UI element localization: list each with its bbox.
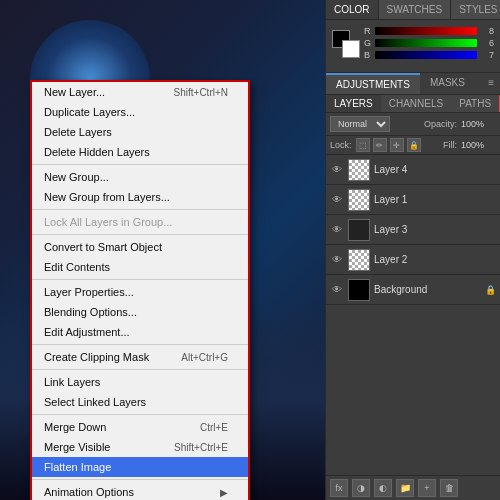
menu-item-new-layer[interactable]: New Layer... Shift+Ctrl+N [32, 82, 248, 102]
slider-val-g: 6 [480, 38, 494, 48]
adjustments-panel-menu-button[interactable]: ≡ [482, 73, 500, 94]
menu-item-edit-contents[interactable]: Edit Contents [32, 257, 248, 277]
layer-thumb-layer3 [348, 219, 370, 241]
fx-button[interactable]: fx [330, 479, 348, 497]
menu-shortcut-merge-visible: Shift+Ctrl+E [174, 442, 228, 453]
tab-styles[interactable]: STYLES [451, 0, 500, 19]
menu-label-flatten-image: Flatten Image [44, 461, 111, 473]
table-row[interactable]: 👁 Background 🔒 [326, 275, 500, 305]
menu-shortcut-merge-down: Ctrl+E [200, 422, 228, 433]
blend-mode-select[interactable]: Normal [330, 116, 390, 132]
main-area: New Layer... Shift+Ctrl+N Duplicate Laye… [0, 0, 500, 500]
menu-label-create-clipping-mask: Create Clipping Mask [44, 351, 149, 363]
group-layer-button[interactable]: 📁 [396, 479, 414, 497]
layer-name-layer3: Layer 3 [374, 224, 496, 235]
slider-row-r: R 8 [364, 26, 494, 36]
eye-icon-background[interactable]: 👁 [330, 283, 344, 297]
adjustment-layer-button[interactable]: ◐ [374, 479, 392, 497]
slider-bar-b[interactable] [375, 51, 477, 59]
slider-row-b: B 7 [364, 50, 494, 60]
tab-layers[interactable]: LAYERS [326, 95, 381, 112]
menu-label-animation-options: Animation Options [44, 486, 134, 498]
tab-color[interactable]: COLOR [326, 0, 379, 19]
eye-icon-layer3[interactable]: 👁 [330, 223, 344, 237]
layers-tabs: LAYERS CHANNELS PATHS ≡ [326, 95, 500, 113]
lock-row: Lock: ⬚ ✏ ✛ 🔒 Fill: 100% [326, 136, 500, 155]
layer-name-layer4: Layer 4 [374, 164, 496, 175]
color-panel: R 8 G 6 B 7 [326, 20, 500, 73]
menu-item-animation-options[interactable]: Animation Options ▶ [32, 482, 248, 500]
slider-bar-g[interactable] [375, 39, 477, 47]
menu-item-layer-properties[interactable]: Layer Properties... [32, 282, 248, 302]
tab-channels[interactable]: CHANNELS [381, 95, 451, 112]
eye-icon-layer4[interactable]: 👁 [330, 163, 344, 177]
menu-item-delete-hidden-layers[interactable]: Delete Hidden Layers [32, 142, 248, 162]
menu-label-duplicate-layers: Duplicate Layers... [44, 106, 135, 118]
layers-panel: LAYERS CHANNELS PATHS ≡ Normal Opacity: [326, 95, 500, 500]
delete-layer-button[interactable]: 🗑 [440, 479, 458, 497]
opacity-value: 100% [461, 119, 496, 129]
menu-label-convert-smart-object: Convert to Smart Object [44, 241, 162, 253]
menu-item-link-layers[interactable]: Link Layers [32, 372, 248, 392]
table-row[interactable]: 👁 Layer 1 [326, 185, 500, 215]
slider-label-b: B [364, 50, 372, 60]
menu-label-delete-hidden-layers: Delete Hidden Layers [44, 146, 150, 158]
menu-label-select-linked-layers: Select Linked Layers [44, 396, 146, 408]
menu-separator-6 [32, 369, 248, 370]
menu-item-edit-adjustment[interactable]: Edit Adjustment... [32, 322, 248, 342]
layer-mask-button[interactable]: ◑ [352, 479, 370, 497]
menu-item-flatten-image[interactable]: Flatten Image [32, 457, 248, 477]
menu-item-delete-layers[interactable]: Delete Layers [32, 122, 248, 142]
menu-item-convert-smart-object[interactable]: Convert to Smart Object [32, 237, 248, 257]
menu-label-delete-layers: Delete Layers [44, 126, 112, 138]
slider-bar-r[interactable] [375, 27, 477, 35]
menu-item-duplicate-layers[interactable]: Duplicate Layers... [32, 102, 248, 122]
menu-item-merge-visible[interactable]: Merge Visible Shift+Ctrl+E [32, 437, 248, 457]
menu-item-select-linked-layers[interactable]: Select Linked Layers [32, 392, 248, 412]
canvas-area: New Layer... Shift+Ctrl+N Duplicate Laye… [0, 0, 325, 500]
menu-label-blending-options: Blending Options... [44, 306, 137, 318]
table-row[interactable]: 👁 Layer 3 [326, 215, 500, 245]
menu-label-edit-contents: Edit Contents [44, 261, 110, 273]
menu-item-blending-options[interactable]: Blending Options... [32, 302, 248, 322]
eye-icon-layer1[interactable]: 👁 [330, 193, 344, 207]
menu-label-new-group-from-layers: New Group from Layers... [44, 191, 170, 203]
new-layer-button[interactable]: + [418, 479, 436, 497]
fill-label: Fill: [443, 140, 457, 150]
panel-tabs-top: COLOR SWATCHES STYLES [326, 0, 500, 20]
fg-bg-colors[interactable] [332, 30, 360, 58]
tab-swatches[interactable]: SWATCHES [379, 0, 452, 19]
tab-adjustments[interactable]: ADJUSTMENTS [326, 73, 420, 94]
menu-item-create-clipping-mask[interactable]: Create Clipping Mask Alt+Ctrl+G [32, 347, 248, 367]
lock-transparent-btn[interactable]: ⬚ [356, 138, 370, 152]
table-row[interactable]: 👁 Layer 4 [326, 155, 500, 185]
app-container: New Layer... Shift+Ctrl+N Duplicate Laye… [0, 0, 500, 500]
menu-item-merge-down[interactable]: Merge Down Ctrl+E [32, 417, 248, 437]
menu-item-new-group[interactable]: New Group... [32, 167, 248, 187]
menu-label-merge-visible: Merge Visible [44, 441, 110, 453]
lock-all-btn[interactable]: 🔒 [407, 138, 421, 152]
menu-separator-8 [32, 479, 248, 480]
slider-label-r: R [364, 26, 372, 36]
context-menu: New Layer... Shift+Ctrl+N Duplicate Laye… [30, 80, 250, 500]
slider-val-b: 7 [480, 50, 494, 60]
menu-item-new-group-from-layers[interactable]: New Group from Layers... [32, 187, 248, 207]
slider-row-g: G 6 [364, 38, 494, 48]
background-color[interactable] [342, 40, 360, 58]
fill-value: 100% [461, 140, 496, 150]
eye-icon-layer2[interactable]: 👁 [330, 253, 344, 267]
tab-masks[interactable]: MASKS [420, 73, 475, 94]
menu-separator-3 [32, 234, 248, 235]
lock-position-btn[interactable]: ✛ [390, 138, 404, 152]
menu-label-layer-properties: Layer Properties... [44, 286, 134, 298]
menu-separator-2 [32, 209, 248, 210]
layer-thumb-background [348, 279, 370, 301]
menu-item-lock-all-layers[interactable]: Lock All Layers in Group... [32, 212, 248, 232]
slider-label-g: G [364, 38, 372, 48]
background-lock-icon: 🔒 [485, 285, 496, 295]
tab-paths[interactable]: PATHS [451, 95, 499, 112]
table-row[interactable]: 👁 Layer 2 [326, 245, 500, 275]
layer-thumb-layer4 [348, 159, 370, 181]
lock-pixels-btn[interactable]: ✏ [373, 138, 387, 152]
menu-shortcut-clipping-mask: Alt+Ctrl+G [181, 352, 228, 363]
